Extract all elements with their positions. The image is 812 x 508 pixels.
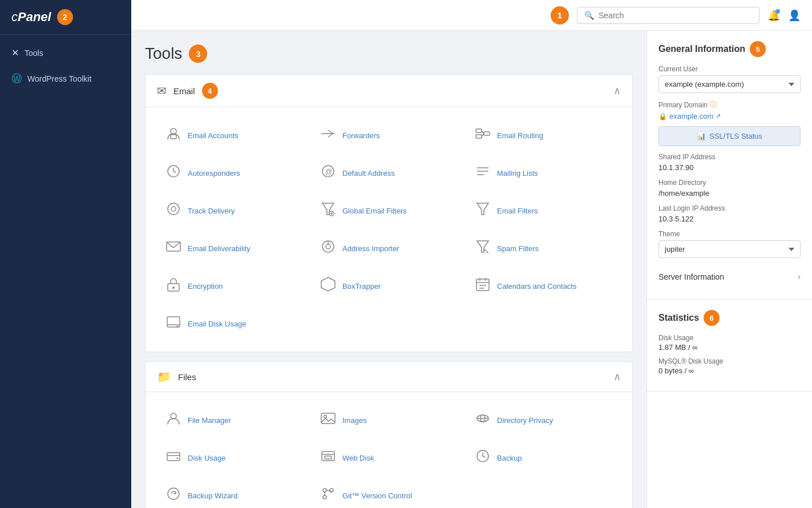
email-disk-usage-label: Email Disk Usage — [188, 320, 247, 328]
tool-backup[interactable]: Backup — [466, 441, 621, 474]
email-collapse-btn[interactable]: ∧ — [613, 84, 621, 97]
svg-point-47 — [177, 458, 179, 459]
tool-images[interactable]: Images — [312, 404, 466, 437]
autoresponders-label: Autoresponders — [188, 169, 240, 178]
last-login-value: 10.3.5.122 — [659, 215, 801, 223]
git-version-control-icon — [320, 486, 337, 505]
sidebar-logo-area: cPanel 2 — [0, 0, 131, 35]
content-area: Tools 3 ✉ Email 4 ∧ — [131, 31, 812, 508]
backup-label: Backup — [497, 454, 522, 462]
sidebar-tools-label: Tools — [25, 49, 43, 58]
tool-address-importer[interactable]: Address Importer — [312, 232, 466, 265]
tool-directory-privacy[interactable]: Directory Privacy — [466, 404, 621, 437]
step-badge-5: 5 — [750, 41, 766, 57]
general-info-section: General Information 5 Current User examp… — [647, 31, 812, 300]
step-badge-6: 6 — [704, 310, 720, 326]
tool-git-version-control[interactable]: Git™ Version Control — [312, 479, 466, 508]
svg-rect-1 — [171, 135, 176, 139]
tool-default-address[interactable]: @ Default Address — [312, 156, 466, 190]
svg-rect-4 — [476, 129, 482, 132]
svg-marker-17 — [322, 203, 334, 215]
email-disk-usage-icon — [165, 314, 182, 333]
tool-boxtrapper[interactable]: BoxTrapper — [312, 269, 466, 303]
search-icon: 🔍 — [584, 11, 594, 20]
tool-email-filters[interactable]: Email Filters — [466, 194, 621, 227]
tool-backup-wizard[interactable]: Backup Wizard — [157, 479, 312, 508]
current-user-label: Current User — [659, 65, 801, 73]
search-input[interactable] — [599, 11, 752, 20]
svg-marker-30 — [321, 277, 335, 291]
images-icon — [320, 412, 337, 428]
tool-email-accounts[interactable]: Email Accounts — [157, 119, 312, 152]
mysql-disk-stat-value: 0 bytes / ∞ — [659, 366, 801, 375]
tool-email-routing[interactable]: Email Routing — [466, 119, 621, 152]
sidebar-item-tools[interactable]: ✕ Tools — [0, 41, 131, 65]
tool-autoresponders[interactable]: Autoresponders — [157, 156, 312, 190]
email-deliverability-label: Email Deliverability — [188, 244, 251, 253]
server-info-row[interactable]: Server Information › — [659, 265, 801, 289]
web-disk-icon — [320, 448, 337, 467]
tool-spam-filters[interactable]: Spam Filters — [466, 232, 621, 265]
tool-email-disk-usage[interactable]: Email Disk Usage — [157, 307, 312, 340]
backup-icon — [474, 448, 491, 467]
files-section-header[interactable]: 📁 Files ∧ — [146, 362, 632, 392]
svg-point-53 — [323, 489, 326, 492]
tool-email-deliverability[interactable]: Email Deliverability — [157, 232, 312, 265]
disk-usage-label: Disk Usage — [188, 454, 225, 462]
step-badge-4: 4 — [202, 83, 218, 99]
email-routing-icon — [474, 127, 491, 143]
email-section-header-left: ✉ Email 4 — [157, 83, 218, 99]
git-version-control-label: Git™ Version Control — [342, 491, 412, 500]
address-importer-icon — [320, 239, 337, 258]
email-deliverability-icon — [165, 240, 182, 256]
file-manager-label: File Manager — [188, 416, 231, 425]
tool-file-manager[interactable]: File Manager — [157, 404, 312, 437]
tool-disk-usage[interactable]: Disk Usage — [157, 441, 312, 474]
notification-bell[interactable]: 🔔 — [767, 9, 780, 22]
boxtrapper-label: BoxTrapper — [342, 282, 381, 291]
calendars-contacts-icon — [474, 276, 491, 296]
disk-usage-icon — [165, 448, 182, 467]
files-collapse-btn[interactable]: ∧ — [613, 370, 621, 383]
right-panel: General Information 5 Current User examp… — [647, 31, 812, 508]
tool-track-delivery[interactable]: Track Delivery — [157, 194, 312, 227]
svg-text:@: @ — [325, 168, 332, 176]
user-avatar-icon[interactable]: 👤 — [788, 9, 801, 22]
svg-point-41 — [324, 416, 327, 418]
theme-select[interactable]: jupiter — [659, 240, 801, 258]
domain-link[interactable]: example.com ↗ — [669, 112, 721, 120]
mysql-disk-stat-label: MySQL® Disk Usage — [659, 357, 801, 365]
sidebar-item-wordpress[interactable]: Ⓦ WordPress Toolkit — [0, 65, 131, 92]
boxtrapper-icon — [320, 276, 337, 296]
track-delivery-icon — [165, 201, 182, 220]
main-wrapper: 1 🔍 🔔 👤 Tools 3 ✉ — [131, 0, 812, 508]
svg-marker-26 — [477, 241, 488, 252]
calendars-contacts-label: Calendars and Contacts — [497, 282, 576, 291]
ssl-tls-status-button[interactable]: 📊 SSL/TLS Status — [659, 126, 801, 146]
tool-global-email-filters[interactable]: Global Email Filters — [312, 194, 466, 227]
tool-mailing-lists[interactable]: Mailing Lists — [466, 156, 621, 190]
directory-privacy-icon — [474, 410, 491, 430]
encryption-icon — [165, 276, 182, 296]
address-importer-label: Address Importer — [342, 244, 399, 253]
cpanel-logo: cPanel — [11, 10, 51, 25]
tool-encryption[interactable]: Encryption — [157, 269, 312, 303]
current-user-select[interactable]: example (example.com) — [659, 75, 801, 93]
svg-point-24 — [326, 244, 330, 249]
tool-calendars-contacts[interactable]: Calendars and Contacts — [466, 269, 621, 303]
primary-domain-label: Primary Domain ⓘ — [659, 100, 801, 110]
disk-usage-stat: Disk Usage 1.87 MB / ∞ — [659, 334, 801, 352]
tool-web-disk[interactable]: Web Disk — [312, 441, 466, 474]
email-section-header[interactable]: ✉ Email 4 ∧ — [146, 75, 632, 107]
disk-usage-stat-value: 1.87 MB / ∞ — [659, 343, 801, 352]
files-section: 📁 Files ∧ File Manager — [145, 361, 633, 508]
tool-forwarders[interactable]: Forwarders — [312, 119, 466, 152]
domain-value-row: 🔒 example.com ↗ — [659, 112, 801, 120]
images-label: Images — [342, 416, 367, 425]
server-info-label: Server Information — [659, 272, 724, 281]
files-section-title: Files — [178, 372, 196, 382]
home-dir-value: /home/example — [659, 189, 801, 197]
search-box[interactable]: 🔍 — [577, 7, 760, 24]
forwarders-label: Forwarders — [342, 131, 380, 140]
step-badge-1: 1 — [551, 6, 569, 25]
